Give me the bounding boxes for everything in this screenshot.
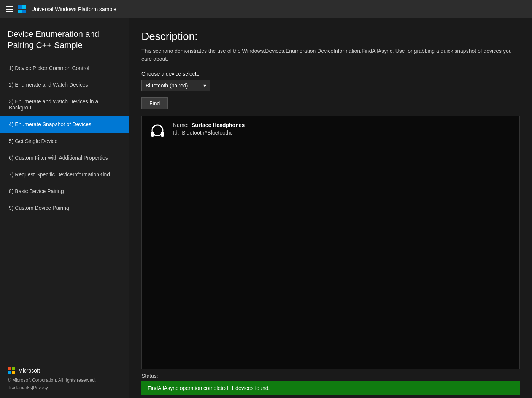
- svg-rect-0: [18, 5, 22, 9]
- device-name-label: Name:: [173, 122, 189, 128]
- sidebar-item-5[interactable]: 5) Get Single Device: [0, 133, 129, 149]
- content-area: Description: This scenario demonstrates …: [129, 18, 532, 398]
- microsoft-logo: Microsoft: [8, 367, 122, 374]
- device-item: Name: Surface Headphones Id: Bluetooth#B…: [148, 122, 513, 141]
- title-bar: Universal Windows Platform sample: [0, 0, 532, 18]
- svg-rect-2: [18, 10, 22, 13]
- sidebar-item-9[interactable]: 9) Custom Device Pairing: [0, 200, 129, 216]
- results-panel: Name: Surface Headphones Id: Bluetooth#B…: [141, 116, 520, 369]
- sidebar-item-6[interactable]: 6) Custom Filter with Additional Propert…: [0, 149, 129, 166]
- device-selector[interactable]: Bluetooth (paired) All Devices USB Devic…: [141, 80, 210, 91]
- app-logo-icon: [17, 5, 27, 14]
- device-name: Name: Surface Headphones: [173, 122, 245, 128]
- microsoft-name: Microsoft: [18, 368, 40, 374]
- svg-rect-5: [151, 132, 154, 137]
- svg-rect-3: [22, 10, 26, 13]
- status-label: Status:: [141, 373, 520, 379]
- device-id-value: Bluetooth#Bluetoothc: [182, 130, 232, 136]
- sidebar-footer: Microsoft © Microsoft Corporation. All r…: [0, 359, 129, 398]
- description-body: This scenario demonstrates the use of th…: [141, 47, 520, 63]
- sidebar-title: Device Enumeration and Pairing C++ Sampl…: [0, 18, 129, 60]
- copyright-text: © Microsoft Corporation. All rights rese…: [8, 377, 122, 383]
- main-layout: Device Enumeration and Pairing C++ Sampl…: [0, 18, 532, 398]
- sidebar: Device Enumeration and Pairing C++ Sampl…: [0, 18, 129, 398]
- sidebar-item-4[interactable]: 4) Enumerate Snapshot of Devices: [0, 116, 129, 133]
- status-bar: FindAllAsync operation completed. 1 devi…: [141, 381, 520, 395]
- title-bar-app-name: Universal Windows Platform sample: [31, 6, 116, 12]
- trademarks-link[interactable]: Trademarks: [8, 385, 32, 390]
- device-id: Id: Bluetooth#Bluetoothc: [173, 130, 245, 136]
- microsoft-grid-icon: [8, 367, 15, 374]
- headphone-icon: [148, 122, 167, 141]
- sidebar-item-7[interactable]: 7) Request Specific DeviceInformationKin…: [0, 166, 129, 183]
- hamburger-icon[interactable]: [6, 6, 13, 12]
- sidebar-item-3[interactable]: 3) Enumerate and Watch Devices in a Back…: [0, 93, 129, 116]
- sidebar-item-2[interactable]: 2) Enumerate and Watch Devices: [0, 76, 129, 93]
- device-info: Name: Surface Headphones Id: Bluetooth#B…: [173, 122, 245, 136]
- status-area: Status: FindAllAsync operation completed…: [141, 369, 520, 398]
- footer-links: Trademarks|Privacy: [8, 385, 122, 390]
- device-name-value: Surface Headphones: [192, 122, 245, 128]
- svg-rect-6: [161, 132, 164, 137]
- description-title: Description:: [141, 30, 520, 43]
- sidebar-item-1[interactable]: 1) Device Picker Common Control: [0, 60, 129, 76]
- selector-label: Choose a device selector:: [141, 71, 520, 77]
- privacy-link[interactable]: Privacy: [33, 385, 48, 390]
- device-id-label: Id:: [173, 130, 179, 136]
- sidebar-item-8[interactable]: 8) Basic Device Pairing: [0, 183, 129, 200]
- selector-wrapper: Bluetooth (paired) All Devices USB Devic…: [141, 80, 210, 91]
- selector-row: Bluetooth (paired) All Devices USB Devic…: [141, 80, 520, 91]
- svg-rect-1: [22, 5, 26, 9]
- find-button[interactable]: Find: [141, 97, 168, 109]
